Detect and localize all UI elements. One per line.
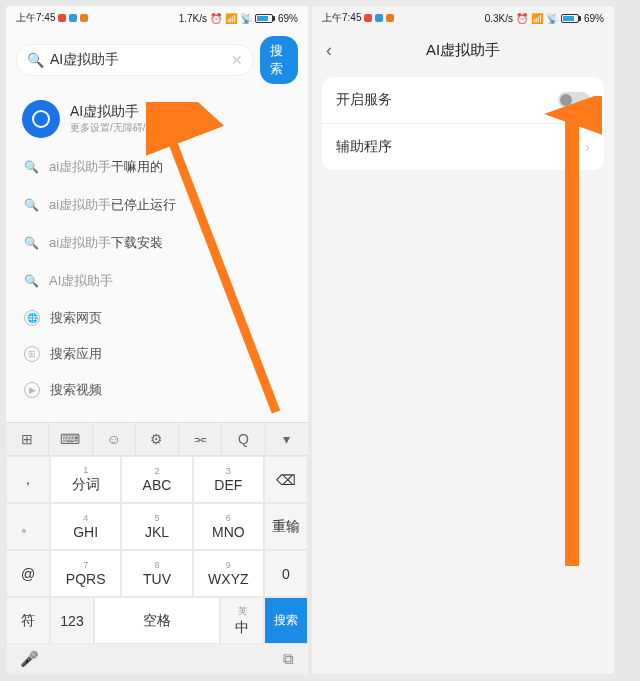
magnifier-icon: 🔍 (24, 236, 39, 250)
result-title: AI虚拟助手 (70, 103, 195, 121)
key-at[interactable]: @ (6, 550, 50, 597)
status-time: 上午7:45 (16, 11, 55, 25)
battery-icon (561, 14, 581, 23)
setting-label: 开启服务 (336, 91, 392, 109)
action-label: 搜索视频 (50, 381, 102, 399)
toggle-switch[interactable] (558, 92, 590, 108)
key-wxyz[interactable]: 9WXYZ (193, 550, 264, 597)
play-icon: ▶ (24, 382, 40, 398)
key-mno[interactable]: 6MNO (193, 503, 264, 550)
status-time: 上午7:45 (322, 11, 361, 25)
chevron-right-icon: › (585, 139, 590, 155)
search-box[interactable]: 🔍 ✕ (16, 44, 254, 76)
signal-icon: 📶 (225, 13, 237, 24)
search-bar: 🔍 ✕ 搜索 (6, 30, 308, 90)
key-zero[interactable]: 0 (264, 550, 308, 597)
mic-icon[interactable]: 🎤 (20, 650, 39, 668)
alarm-icon: ⏰ (210, 13, 222, 24)
alarm-icon: ⏰ (516, 13, 528, 24)
magnifier-icon: 🔍 (24, 274, 39, 288)
page-header: ‹ AI虚拟助手 (312, 30, 614, 71)
key-分词[interactable]: 1分词 (50, 456, 121, 503)
grid-icon: ⊞ (24, 346, 40, 362)
status-dot-icon (58, 14, 66, 22)
suggestion-list: 🔍ai虚拟助手干嘛用的🔍ai虚拟助手已停止运行🔍ai虚拟助手下载安装🔍AI虚拟助… (6, 148, 308, 300)
status-netspeed: 1.7K/s (179, 13, 207, 24)
key-123[interactable]: 123 (50, 597, 94, 644)
search-video-row[interactable]: ▶ 搜索视频 (6, 372, 308, 408)
kb-keyboard-icon[interactable]: ⌨ (49, 423, 92, 455)
battery-percent: 69% (278, 13, 298, 24)
key-search[interactable]: 搜索 (264, 597, 308, 644)
settings-card: 开启服务 辅助程序 › (322, 77, 604, 170)
kb-collapse-icon[interactable]: ▾ (266, 423, 308, 455)
key-pqrs[interactable]: 7PQRS (50, 550, 121, 597)
suggestion-item[interactable]: 🔍ai虚拟助手干嘛用的 (6, 148, 308, 186)
key-backspace[interactable]: ⌫ (264, 456, 308, 503)
setting-label: 辅助程序 (336, 138, 392, 156)
suggestion-text: ai虚拟助手干嘛用的 (49, 158, 163, 176)
enable-service-row[interactable]: 开启服务 (322, 77, 604, 123)
suggestion-text: ai虚拟助手下载安装 (49, 234, 163, 252)
key-lang[interactable]: 英中 (220, 597, 264, 644)
helper-program-row[interactable]: 辅助程序 › (322, 123, 604, 170)
kb-emoji-icon[interactable]: ☺ (93, 423, 136, 455)
suggestion-text: AI虚拟助手 (49, 272, 113, 290)
status-dot-icon (69, 14, 77, 22)
key-tuv[interactable]: 8TUV (121, 550, 192, 597)
suggestion-text: ai虚拟助手已停止运行 (49, 196, 176, 214)
globe-icon: 🌐 (24, 310, 40, 326)
result-path: 更多设置/无障碍/AI虚拟助手 (70, 121, 195, 135)
status-dot-icon (375, 14, 383, 22)
kb-settings-icon[interactable]: ⚙ (136, 423, 179, 455)
key-def[interactable]: 3DEF (193, 456, 264, 503)
doc-icon[interactable]: ⧉ (283, 650, 294, 668)
kb-search-icon[interactable]: Q (222, 423, 265, 455)
key-retype[interactable]: 重输 (264, 503, 308, 550)
status-dot-icon (386, 14, 394, 22)
search-button[interactable]: 搜索 (260, 36, 298, 84)
wifi-icon: 📡 (546, 13, 558, 24)
status-dot-icon (364, 14, 372, 22)
suggestion-item[interactable]: 🔍AI虚拟助手 (6, 262, 308, 300)
key-space[interactable]: 空格 (94, 597, 220, 644)
statusbar-left: 上午7:45 1.7K/s ⏰ 📶 📡 69% (6, 6, 308, 30)
page-title: AI虚拟助手 (312, 41, 614, 60)
keyboard: ⊞ ⌨ ☺ ⚙ ⫘ Q ▾ ， 。 @ 1分词2ABC3DEF4GHI5JKL6… (6, 422, 308, 674)
kb-link-icon[interactable]: ⫘ (179, 423, 222, 455)
battery-percent: 69% (584, 13, 604, 24)
key-ghi[interactable]: 4GHI (50, 503, 121, 550)
battery-icon (255, 14, 275, 23)
search-web-row[interactable]: 🌐 搜索网页 (6, 300, 308, 336)
action-label: 搜索网页 (50, 309, 102, 327)
status-dot-icon (80, 14, 88, 22)
suggestion-item[interactable]: 🔍ai虚拟助手下载安装 (6, 224, 308, 262)
search-input[interactable] (50, 52, 225, 68)
search-screen: 上午7:45 1.7K/s ⏰ 📶 📡 69% 🔍 ✕ (6, 6, 308, 674)
magnifier-icon: 🔍 (24, 160, 39, 174)
key-symbol[interactable]: 符 (6, 597, 50, 644)
action-label: 搜索应用 (50, 345, 102, 363)
suggestion-item[interactable]: 🔍ai虚拟助手已停止运行 (6, 186, 308, 224)
keyboard-footer: 🎤 ⧉ (6, 644, 308, 674)
magnifier-icon: 🔍 (24, 198, 39, 212)
search-app-row[interactable]: ⊞ 搜索应用 (6, 336, 308, 372)
result-app[interactable]: AI虚拟助手 更多设置/无障碍/AI虚拟助手 (6, 90, 308, 148)
settings-screen: 上午7:45 0.3K/s ⏰ 📶 📡 69% ‹ AI虚拟助手 (312, 6, 614, 674)
search-icon: 🔍 (27, 52, 44, 68)
kb-grid-icon[interactable]: ⊞ (6, 423, 49, 455)
wifi-icon: 📡 (240, 13, 252, 24)
gear-icon (22, 100, 60, 138)
key-jkl[interactable]: 5JKL (121, 503, 192, 550)
signal-icon: 📶 (531, 13, 543, 24)
status-netspeed: 0.3K/s (485, 13, 513, 24)
key-comma[interactable]: ， (6, 456, 50, 503)
keyboard-toolbar: ⊞ ⌨ ☺ ⚙ ⫘ Q ▾ (6, 422, 308, 456)
key-abc[interactable]: 2ABC (121, 456, 192, 503)
statusbar-right: 上午7:45 0.3K/s ⏰ 📶 📡 69% (312, 6, 614, 30)
clear-icon[interactable]: ✕ (231, 52, 243, 68)
key-period[interactable]: 。 (6, 503, 50, 550)
